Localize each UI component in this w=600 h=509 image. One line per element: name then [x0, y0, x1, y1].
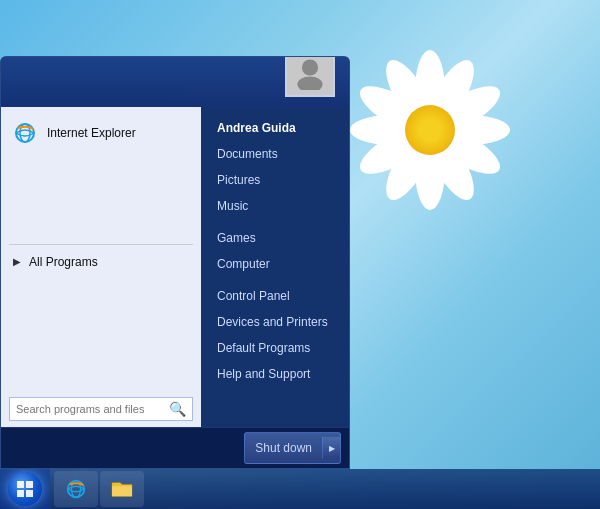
right-item-help-support[interactable]: Help and Support: [201, 361, 349, 387]
right-item-control-panel[interactable]: Control Panel: [201, 283, 349, 309]
folder-taskbar-icon: [111, 479, 133, 499]
start-menu-left-panel: Internet Explorer ▶ All Programs 🔍: [1, 107, 201, 427]
svg-point-0: [302, 59, 318, 75]
all-programs-row[interactable]: ▶ All Programs: [1, 249, 201, 275]
all-programs-arrow: ▶: [13, 256, 21, 267]
desktop: Internet Explorer ▶ All Programs 🔍 Andre…: [0, 0, 600, 509]
pinned-programs-list: Internet Explorer: [1, 107, 201, 240]
start-menu-body: Internet Explorer ▶ All Programs 🔍 Andre…: [1, 107, 349, 427]
daisy-flower: [350, 50, 510, 210]
right-item-games[interactable]: Games: [201, 225, 349, 251]
right-item-devices-printers[interactable]: Devices and Printers: [201, 309, 349, 335]
search-icon: 🔍: [169, 401, 186, 417]
start-menu-header: [1, 57, 349, 107]
taskbar-ie-button[interactable]: [54, 471, 98, 507]
start-menu-right-panel: Andrea Guida Documents Pictures Music Ga…: [201, 107, 349, 427]
user-avatar[interactable]: [285, 56, 335, 97]
ie-icon: [13, 121, 37, 145]
programs-separator: [9, 244, 193, 245]
right-item-default-programs[interactable]: Default Programs: [201, 335, 349, 361]
right-item-username[interactable]: Andrea Guida: [201, 115, 349, 141]
ie-label: Internet Explorer: [47, 126, 136, 140]
taskbar-folder-button[interactable]: [100, 471, 144, 507]
right-item-computer[interactable]: Computer: [201, 251, 349, 277]
right-item-music[interactable]: Music: [201, 193, 349, 219]
shutdown-label: Shut down: [255, 441, 312, 455]
shutdown-button[interactable]: Shut down ▶: [244, 432, 341, 464]
svg-point-1: [297, 77, 322, 91]
all-programs-label: All Programs: [29, 255, 98, 269]
program-item-ie[interactable]: Internet Explorer: [1, 115, 201, 151]
taskbar-items: [50, 469, 148, 509]
start-button[interactable]: [0, 469, 50, 509]
right-item-pictures[interactable]: Pictures: [201, 167, 349, 193]
flower-center: [405, 105, 455, 155]
taskbar: [0, 469, 600, 509]
start-orb: [8, 472, 42, 506]
flower-decoration: [320, 20, 540, 320]
shutdown-arrow-icon[interactable]: ▶: [322, 437, 340, 459]
start-menu-bottom: Shut down ▶: [1, 427, 349, 468]
search-bar: 🔍: [9, 397, 193, 421]
right-item-documents[interactable]: Documents: [201, 141, 349, 167]
start-menu: Internet Explorer ▶ All Programs 🔍 Andre…: [0, 56, 350, 469]
ie-taskbar-icon: [65, 478, 87, 500]
search-input[interactable]: [16, 403, 165, 415]
